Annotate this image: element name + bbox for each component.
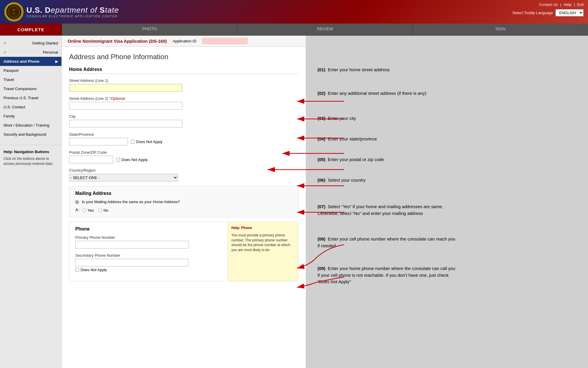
app-title: Online Nonimmigrant Visa Application (DS… — [68, 39, 167, 44]
zip-label: Postal Zone/ZIP Code — [69, 150, 298, 155]
language-selector-area: Select Tooltip Language ENGLISH — [512, 9, 584, 16]
annotation-08: (08) Enter your cell phone number where … — [318, 236, 459, 249]
language-select[interactable]: ENGLISH — [555, 9, 584, 16]
tab-navigation: COMPLETE PHOTO REVIEW SIGN — [0, 24, 588, 36]
tab-photo[interactable]: PHOTO — [62, 24, 237, 35]
sidebar-item-address-phone[interactable]: Address and Phone ▶ — [0, 57, 61, 66]
mailing-no-radio[interactable] — [98, 208, 102, 212]
sidebar-item-getting-started[interactable]: Getting Started — [0, 39, 61, 48]
header-right: Contact Us | Help | Exit Select Tooltip … — [508, 0, 588, 19]
annotation-03: (03) Enter your city — [318, 115, 356, 122]
phone-main: Phone Primary Phone Number Secondary Pho… — [69, 222, 228, 281]
svg-text:★: ★ — [13, 9, 15, 11]
annotation-06: (06) Select your country — [318, 177, 365, 184]
chevron-icon: ▶ — [55, 59, 58, 64]
sidebar-item-work-education[interactable]: Work / Education / Training — [0, 121, 61, 130]
app-id-label: Application ID — [173, 39, 196, 43]
tooltip-lang-label: Select Tooltip Language — [512, 11, 553, 15]
sidebar-item-previous-us-travel[interactable]: Previous U.S. Travel — [0, 93, 61, 102]
sidebar-item-passport[interactable]: Passport — [0, 66, 61, 75]
sidebar-help: Help: Navigation Buttons Click on the bu… — [0, 145, 61, 171]
home-address-section: Home Address Street Address (Line 1) Str… — [69, 67, 298, 181]
zip-dna-checkbox[interactable] — [116, 158, 120, 162]
sidebar-item-security[interactable]: Security and Background — [0, 130, 61, 139]
contact-link[interactable]: Contact Us — [539, 2, 558, 7]
sidebar-item-us-contact[interactable]: U.S. Contact — [0, 102, 61, 112]
logo-area: ★ U.S. U.S. Department of State CONSULAR… — [0, 2, 123, 21]
sidebar-help-title: Help: Navigation Buttons — [4, 150, 58, 154]
city-label: City — [69, 114, 298, 119]
annotation-05: (05) Enter your postal or zip code — [318, 156, 384, 163]
secondary-dna-label[interactable]: Does Not Apply — [75, 268, 222, 272]
city-field-group: City — [69, 114, 298, 127]
street2-label: Street Address (Line 2) *Optional — [69, 96, 298, 101]
header: ★ U.S. U.S. Department of State CONSULAR… — [0, 0, 588, 24]
city-input[interactable] — [69, 120, 182, 127]
mailing-heading: Mailing Address — [75, 191, 292, 196]
state-dna-checkbox[interactable] — [131, 140, 135, 144]
agency-name: U.S. Department of State — [26, 6, 119, 15]
tab-complete[interactable]: COMPLETE — [0, 24, 62, 35]
sidebar-item-personal[interactable]: Personal — [0, 48, 61, 57]
exit-link[interactable]: Exit — [577, 2, 584, 7]
app-id-value — [202, 38, 248, 44]
mailing-address-section: Mailing Address Q: Is your Mailing Addre… — [69, 186, 298, 217]
content-area: Online Nonimmigrant Visa Application (DS… — [62, 36, 306, 368]
zip-dna-label[interactable]: Does Not Apply — [116, 158, 148, 162]
tab-sign[interactable]: SIGN — [412, 24, 588, 35]
secondary-phone-field-group: Secondary Phone Number Does Not Apply — [75, 253, 222, 272]
q-prefix: Q: — [75, 200, 79, 204]
phone-heading: Phone — [75, 226, 222, 232]
street2-field-group: Street Address (Line 2) *Optional — [69, 96, 298, 110]
state-label: State/Province — [69, 132, 298, 137]
home-address-heading: Home Address — [69, 67, 298, 74]
street1-label: Street Address (Line 1) — [69, 78, 298, 83]
secondary-dna-checkbox[interactable] — [75, 268, 79, 272]
zip-input[interactable] — [69, 156, 113, 163]
country-label: Country/Region — [69, 168, 298, 173]
tab-review[interactable]: REVIEW — [237, 24, 413, 35]
annotation-09: (09) Enter your home phone number where … — [318, 265, 459, 285]
annotation-area: (01) Enter your home street address (02)… — [306, 36, 588, 368]
mailing-question: Is your Mailing Address the same as your… — [82, 200, 180, 204]
annotation-02: (02) Enter any additional street address… — [318, 90, 426, 97]
state-dna-label[interactable]: Does Not Apply — [131, 140, 163, 144]
mailing-radio-group: Yes No — [82, 208, 108, 213]
page-heading: Address and Phone Information — [69, 53, 298, 61]
svg-text:U.S.: U.S. — [12, 12, 16, 14]
street1-input[interactable] — [69, 84, 182, 92]
sidebar-item-travel-companions[interactable]: Travel Companions — [0, 84, 61, 93]
country-field-group: Country/Region - SELECT ONE - — [69, 168, 298, 181]
state-field-group: State/Province Does Not Apply — [69, 132, 298, 145]
sidebar-help-text: Click on the buttons above to access pre… — [4, 156, 58, 166]
mailing-question-row: Q: Is your Mailing Address the same as y… — [75, 200, 292, 204]
mailing-no-label[interactable]: No — [98, 208, 108, 213]
annotation-07: (07) Select “Yes” if your home and maili… — [318, 203, 465, 217]
mailing-yes-label[interactable]: Yes — [82, 208, 94, 213]
annotation-01: (01) Enter your home street address — [318, 67, 390, 73]
primary-phone-input[interactable] — [75, 241, 188, 248]
svg-point-1 — [8, 6, 20, 18]
secondary-phone-input[interactable] — [75, 259, 188, 266]
phone-section: Phone Primary Phone Number Secondary Pho… — [69, 222, 298, 281]
phone-help-text: You must provide a primary phone number.… — [231, 233, 295, 253]
sidebar-item-family[interactable]: Family — [0, 112, 61, 121]
state-input[interactable] — [69, 138, 128, 145]
zip-field-group: Postal Zone/ZIP Code Does Not Apply — [69, 150, 298, 163]
form-section: Address and Phone Information Home Addre… — [62, 47, 306, 287]
country-select[interactable]: - SELECT ONE - — [69, 174, 178, 181]
agency-subtitle: CONSULAR ELECTRONIC APPLICATION CENTER — [26, 15, 119, 18]
header-title: U.S. Department of State CONSULAR ELECTR… — [24, 6, 119, 18]
app-id-bar: Online Nonimmigrant Visa Application (DS… — [62, 36, 306, 47]
header-nav: Contact Us | Help | Exit — [539, 2, 584, 7]
street2-input[interactable] — [69, 102, 182, 110]
phone-help: Help: Phone You must provide a primary p… — [228, 222, 298, 281]
seal-icon: ★ U.S. — [4, 2, 24, 21]
annotation-04: (04) Enter your state/province — [318, 136, 377, 142]
mailing-yes-radio[interactable] — [82, 208, 86, 212]
a-prefix: A: — [75, 208, 79, 212]
help-link[interactable]: Help — [564, 2, 572, 7]
sidebar-item-travel[interactable]: Travel — [0, 75, 61, 84]
phone-help-title: Help: Phone — [231, 226, 295, 231]
street1-field-group: Street Address (Line 1) — [69, 78, 298, 92]
